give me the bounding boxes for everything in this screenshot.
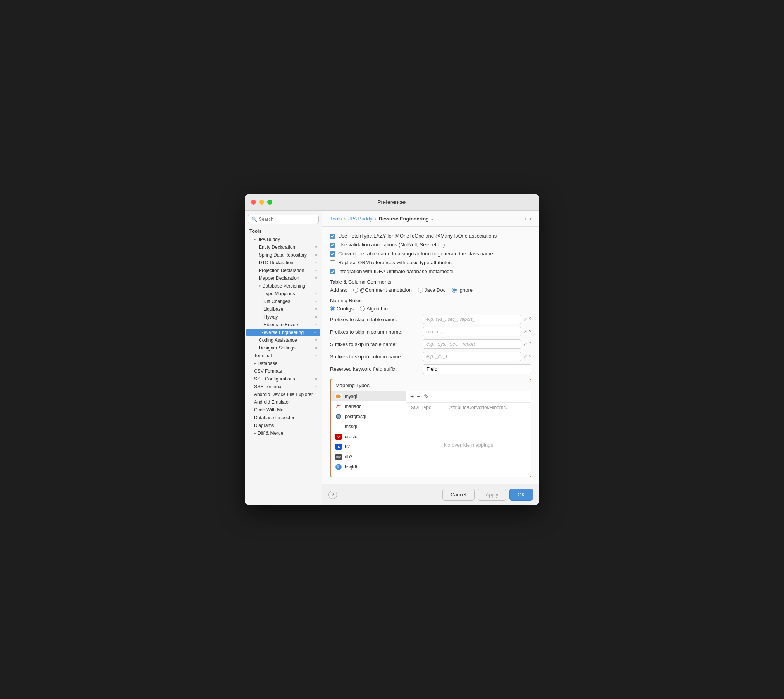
sidebar-item-designer-settings[interactable]: Designer Settings ≡ <box>245 344 322 352</box>
settings-icon: ≡ <box>315 377 317 381</box>
sidebar-item-csv-formats[interactable]: CSV Formats <box>245 367 322 375</box>
sidebar-item-android-device-file-explorer[interactable]: Android Device File Explorer <box>245 391 322 398</box>
settings-icon: ≡ <box>315 276 317 280</box>
mapping-toolbar: + − ✎ <box>406 391 531 403</box>
reserved-keyword-input[interactable] <box>423 364 531 374</box>
sidebar-item-diff-merge[interactable]: ▸ Diff & Merge <box>245 429 322 437</box>
checkbox-validation: Use validation annotations (NotNull, Siz… <box>330 242 531 248</box>
cancel-button[interactable]: Cancel <box>442 489 474 501</box>
radio-java-doc-label: Java Doc <box>425 287 445 293</box>
radio-comment-annotation[interactable]: @Comment annotation <box>353 287 412 293</box>
db-item-hsqldb[interactable]: 🔍 hsqldb <box>331 462 406 472</box>
checkbox-idea-integration-input[interactable] <box>330 269 335 274</box>
checkbox-replace-orm-input[interactable] <box>330 260 335 265</box>
sidebar-item-diff-changes[interactable]: Diff Changes ≡ <box>245 298 322 305</box>
field-prefix-column-input[interactable]: e.g. d_, t_ <box>423 327 521 336</box>
expand-icon[interactable]: ⤢ <box>523 317 527 322</box>
radio-configs[interactable]: Configs <box>330 306 354 312</box>
help-button[interactable]: ? <box>328 491 337 499</box>
sidebar-item-dto-declaration[interactable]: DTO Declaration ≡ <box>245 259 322 267</box>
radio-comment-annotation-input[interactable] <box>353 288 358 293</box>
settings-icon: ≡ <box>315 300 317 303</box>
checkbox-singular-input[interactable] <box>330 251 335 257</box>
breadcrumb-tools[interactable]: Tools <box>330 216 342 222</box>
sidebar-item-liquibase[interactable]: Liquibase ≡ <box>245 305 322 313</box>
sidebar-item-flyway[interactable]: Flyway ≡ <box>245 313 322 321</box>
field-prefix-table-input[interactable]: e.g. sys_, sec_, report_ <box>423 315 521 324</box>
add-as-label: Add as: <box>330 287 347 293</box>
settings-icon: ≡ <box>315 261 317 265</box>
sidebar-item-jpa-buddy[interactable]: ▾ JPA Buddy <box>245 236 322 243</box>
ok-button[interactable]: OK <box>509 489 533 501</box>
sidebar-item-database-versioning[interactable]: ▾ Database Versioning <box>245 282 322 290</box>
sidebar-item-database[interactable]: ▸ Database <box>245 360 322 367</box>
add-as-group: Add as: @Comment annotation Java Doc Ign… <box>330 287 531 293</box>
db-item-label: oracle <box>345 434 358 439</box>
nav-forward-button[interactable]: › <box>530 215 531 222</box>
sidebar-item-label: Database Inspector <box>254 415 294 420</box>
remove-mapping-button[interactable]: − <box>417 394 420 400</box>
db-item-mssql[interactable]: mssql <box>331 422 406 432</box>
help-icon[interactable]: ? <box>529 341 531 347</box>
apply-button[interactable]: Apply <box>478 489 507 501</box>
radio-algorithm[interactable]: Algorithm <box>360 306 388 312</box>
search-box[interactable]: 🔍 <box>248 215 319 224</box>
add-mapping-button[interactable]: + <box>410 394 414 400</box>
expand-icon[interactable]: ⤢ <box>523 341 527 347</box>
maximize-button[interactable] <box>267 200 272 205</box>
breadcrumb-jpa-buddy[interactable]: JPA Buddy <box>348 216 373 222</box>
sidebar-item-label: Code With Me <box>254 407 284 413</box>
sidebar-item-database-inspector[interactable]: Database Inspector <box>245 414 322 422</box>
checkbox-validation-input[interactable] <box>330 243 335 248</box>
sidebar-item-ssh-terminal[interactable]: SSH Terminal ≡ <box>245 383 322 391</box>
db-item-mariadb[interactable]: mariadb <box>331 401 406 411</box>
close-button[interactable] <box>251 200 256 205</box>
db-item-oracle[interactable]: O oracle <box>331 432 406 442</box>
sidebar-item-mapper-declaration[interactable]: Mapper Declaration ≡ <box>245 274 322 282</box>
sidebar-item-projection-declaration[interactable]: Projection Declaration ≡ <box>245 267 322 274</box>
expand-icon[interactable]: ⤢ <box>523 354 527 359</box>
nav-back-button[interactable]: ‹ <box>525 215 527 222</box>
sidebar-item-type-mappings[interactable]: Type Mappings ≡ <box>245 290 322 298</box>
main-panel: Tools › JPA Buddy › Reverse Engineering … <box>322 211 539 505</box>
minimize-button[interactable] <box>259 200 264 205</box>
help-icon[interactable]: ? <box>529 317 531 322</box>
radio-configs-input[interactable] <box>330 306 335 311</box>
sidebar-item-terminal[interactable]: Terminal ≡ <box>245 352 322 360</box>
edit-mapping-button[interactable]: ✎ <box>424 394 429 400</box>
settings-icon: ≡ <box>315 385 317 389</box>
radio-configs-label: Configs <box>337 306 354 312</box>
breadcrumb: Tools › JPA Buddy › Reverse Engineering … <box>322 211 539 227</box>
radio-ignore-input[interactable] <box>452 288 457 293</box>
db-item-mysql[interactable]: mysql <box>331 391 406 401</box>
field-suffix-column-input[interactable]: e.g. _d, _t <box>423 352 521 361</box>
radio-algorithm-input[interactable] <box>360 306 365 311</box>
sidebar-item-reverse-engineering[interactable]: Reverse Engineering ≡ <box>246 329 320 336</box>
sidebar-item-android-emulator[interactable]: Android Emulator <box>245 398 322 406</box>
sidebar-item-spring-data-repository[interactable]: Spring Data Repository ≡ <box>245 251 322 259</box>
sidebar-item-diagrams[interactable]: Diagrams <box>245 422 322 429</box>
radio-ignore[interactable]: Ignore <box>452 287 473 293</box>
sidebar-item-ssh-configurations[interactable]: SSH Configurations ≡ <box>245 375 322 383</box>
db-item-label: mysql <box>345 394 357 399</box>
sidebar-item-entity-declaration[interactable]: Entity Declaration ≡ <box>245 243 322 251</box>
db-item-label: postgresql <box>345 414 366 419</box>
sidebar-item-label: Terminal <box>254 353 272 358</box>
radio-java-doc-input[interactable] <box>418 288 423 293</box>
checkbox-fetch-lazy-input[interactable] <box>330 234 335 239</box>
sidebar-item-code-with-me[interactable]: Code With Me <box>245 406 322 414</box>
help-icon[interactable]: ? <box>529 354 531 359</box>
field-suffix-table-input[interactable]: e.g. _sys, _sec, _report <box>423 339 521 349</box>
db-item-postgresql[interactable]: 🐘 postgresql <box>331 411 406 422</box>
help-icon[interactable]: ? <box>529 329 531 334</box>
expand-icon[interactable]: ⤢ <box>523 329 527 334</box>
db-item-db2[interactable]: DB2 db2 <box>331 452 406 462</box>
radio-java-doc[interactable]: Java Doc <box>418 287 445 293</box>
settings-icon: ≡ <box>315 323 317 327</box>
field-prefix-table-placeholder: e.g. sys_, sec_, report_ <box>426 317 475 322</box>
db-item-h2[interactable]: H2 h2 <box>331 442 406 452</box>
search-input[interactable] <box>259 217 315 222</box>
sidebar-item-coding-assistance[interactable]: Coding Assistance ≡ <box>245 336 322 344</box>
checkbox-replace-orm: Replace ORM references with basic type a… <box>330 260 531 265</box>
sidebar-item-hibernate-envers[interactable]: Hibernate Envers ≡ <box>245 321 322 329</box>
